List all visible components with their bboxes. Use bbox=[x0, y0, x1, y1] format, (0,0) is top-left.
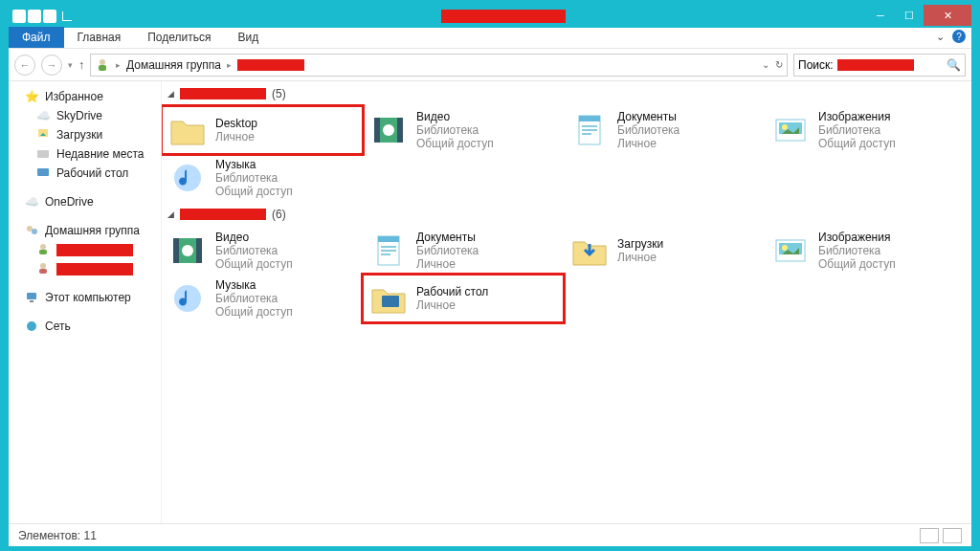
help-icon[interactable]: ? bbox=[952, 30, 966, 43]
file-tab[interactable]: Файл bbox=[9, 27, 64, 48]
refresh-icon[interactable]: ↻ bbox=[775, 59, 783, 70]
desktop-icon bbox=[35, 165, 51, 181]
ribbon-tab[interactable]: Главная bbox=[64, 27, 135, 48]
sidebar-network[interactable]: Сеть bbox=[9, 317, 161, 336]
sidebar-onedrive[interactable]: ☁️OneDrive bbox=[9, 192, 161, 211]
ribbon-tab[interactable]: Вид bbox=[224, 27, 272, 48]
group-name-redacted bbox=[180, 209, 266, 220]
item-sub: Библиотека bbox=[818, 123, 896, 137]
chevron-right-icon[interactable]: ▸ bbox=[116, 60, 121, 70]
svg-rect-3 bbox=[37, 150, 49, 158]
folder-item[interactable]: ЗагрузкиЛичное bbox=[564, 227, 765, 275]
sidebar-item-skydrive[interactable]: ☁️SkyDrive bbox=[9, 106, 161, 125]
sidebar-label: Этот компьютер bbox=[45, 291, 131, 304]
view-icons-button[interactable] bbox=[943, 528, 962, 543]
item-sub: Библиотека bbox=[215, 171, 293, 185]
svg-point-0 bbox=[100, 59, 105, 65]
group-count: (5) bbox=[272, 87, 286, 100]
collapse-icon[interactable]: ◢ bbox=[167, 209, 174, 219]
minimize-button[interactable]: ─ bbox=[866, 5, 895, 26]
folder-item[interactable]: ВидеоБиблиотекаОбщий доступ bbox=[162, 227, 363, 275]
item-count: Элементов: 11 bbox=[18, 529, 97, 542]
group-count: (6) bbox=[272, 208, 286, 221]
item-name: Музыка bbox=[215, 278, 293, 292]
folder-item[interactable]: МузыкаБиблиотекаОбщий доступ bbox=[162, 275, 363, 322]
breadcrumb-redacted[interactable] bbox=[237, 59, 304, 71]
item-sub: Общий доступ bbox=[818, 137, 896, 150]
address-bar[interactable]: ▸ Домашняя группа ▸ ⌄ ↻ bbox=[90, 54, 788, 77]
item-name: Изображения bbox=[818, 231, 896, 244]
content-pane[interactable]: ◢(5)DesktopЛичноеВидеоБиблиотекаОбщий до… bbox=[162, 81, 971, 523]
user-icon bbox=[35, 242, 51, 257]
dl-icon bbox=[569, 231, 610, 271]
search-box[interactable]: Поиск: 🔍 bbox=[793, 54, 966, 77]
network-icon bbox=[24, 319, 39, 334]
folder-item[interactable]: Рабочий столЛичное bbox=[363, 275, 564, 322]
nav-pane[interactable]: ⭐Избранное ☁️SkyDrive Загрузки Недавние … bbox=[9, 81, 162, 523]
folder-item[interactable]: МузыкаБиблиотекаОбщий доступ bbox=[162, 154, 363, 202]
sidebar-item-recent[interactable]: Недавние места bbox=[9, 144, 161, 164]
desk-icon bbox=[368, 278, 409, 319]
maximize-button[interactable]: ☐ bbox=[895, 5, 924, 26]
homegroup-icon bbox=[24, 223, 39, 238]
svg-rect-40 bbox=[382, 296, 399, 307]
folder-item[interactable]: ДокументыБиблиотекаЛичное bbox=[564, 106, 765, 154]
ribbon-tab[interactable]: Поделиться bbox=[134, 27, 224, 48]
sidebar-label: Сеть bbox=[45, 320, 71, 333]
close-button[interactable]: ✕ bbox=[924, 5, 971, 26]
back-button[interactable]: ← bbox=[14, 55, 35, 76]
qat-dropdown-icon[interactable] bbox=[62, 11, 72, 21]
up-button[interactable]: ↑ bbox=[78, 58, 84, 72]
recent-icon bbox=[35, 146, 51, 162]
window-controls: ─ ☐ ✕ bbox=[866, 5, 971, 26]
svg-rect-11 bbox=[27, 293, 36, 299]
folder-item[interactable]: ДокументыБиблиотекаЛичное bbox=[363, 227, 564, 275]
group-header[interactable]: ◢(6) bbox=[162, 206, 971, 223]
pc-icon bbox=[24, 290, 39, 305]
svg-rect-4 bbox=[37, 168, 49, 176]
item-name: Музыка bbox=[215, 158, 293, 171]
folder-item[interactable]: DesktopЛичное bbox=[162, 106, 363, 154]
cloud-icon: ☁️ bbox=[24, 194, 39, 209]
forward-button[interactable]: → bbox=[41, 55, 62, 76]
svg-rect-1 bbox=[99, 65, 106, 71]
sidebar-homegroup[interactable]: Домашняя группа bbox=[9, 221, 161, 240]
address-dropdown-icon[interactable]: ⌄ bbox=[762, 59, 769, 70]
sidebar-user-redacted[interactable] bbox=[9, 259, 161, 278]
folder-item[interactable]: ИзображенияБиблиотекаОбщий доступ bbox=[765, 106, 966, 154]
item-sub: Библиотека bbox=[818, 244, 896, 257]
folder-item[interactable]: ИзображенияБиблиотекаОбщий доступ bbox=[765, 227, 966, 275]
user-icon bbox=[35, 261, 51, 276]
doc-icon bbox=[569, 110, 610, 150]
svg-point-6 bbox=[32, 229, 37, 234]
sidebar-favorites[interactable]: ⭐Избранное bbox=[9, 87, 161, 106]
sidebar-item-downloads[interactable]: Загрузки bbox=[9, 125, 161, 144]
sidebar-user-redacted[interactable] bbox=[9, 240, 161, 259]
sidebar-thispc[interactable]: Этот компьютер bbox=[9, 288, 161, 307]
item-name: Видео bbox=[215, 231, 293, 244]
sidebar-item-desktop[interactable]: Рабочий стол bbox=[9, 164, 161, 183]
qat-icon[interactable] bbox=[28, 10, 41, 23]
sidebar-label: Загрузки bbox=[56, 128, 102, 142]
item-sub: Общий доступ bbox=[818, 257, 896, 271]
search-icon[interactable]: 🔍 bbox=[947, 58, 961, 72]
view-details-button[interactable] bbox=[920, 528, 939, 543]
qat-icon[interactable] bbox=[43, 10, 56, 23]
music-icon bbox=[167, 278, 208, 319]
ribbon-expand-icon[interactable]: ⌄ bbox=[936, 31, 945, 43]
svg-rect-22 bbox=[582, 133, 591, 135]
group-header[interactable]: ◢(5) bbox=[162, 85, 971, 102]
svg-rect-32 bbox=[378, 236, 399, 242]
folder-item[interactable]: ВидеоБиблиотекаОбщий доступ bbox=[363, 106, 564, 154]
group-name-redacted bbox=[180, 88, 266, 99]
explorer-window: ─ ☐ ✕ Файл Главная Поделиться Вид ⌄ ? ← … bbox=[8, 4, 972, 547]
item-sub: Общий доступ bbox=[215, 257, 293, 271]
collapse-icon[interactable]: ◢ bbox=[167, 89, 174, 99]
titlebar[interactable]: ─ ☐ ✕ bbox=[9, 5, 971, 28]
breadcrumb-item[interactable]: Домашняя группа bbox=[126, 58, 221, 72]
recent-dropdown-icon[interactable]: ▾ bbox=[68, 60, 73, 70]
svg-point-30 bbox=[182, 245, 193, 256]
svg-point-5 bbox=[27, 226, 33, 231]
chevron-right-icon[interactable]: ▸ bbox=[227, 60, 232, 70]
sidebar-label: OneDrive bbox=[45, 195, 94, 209]
